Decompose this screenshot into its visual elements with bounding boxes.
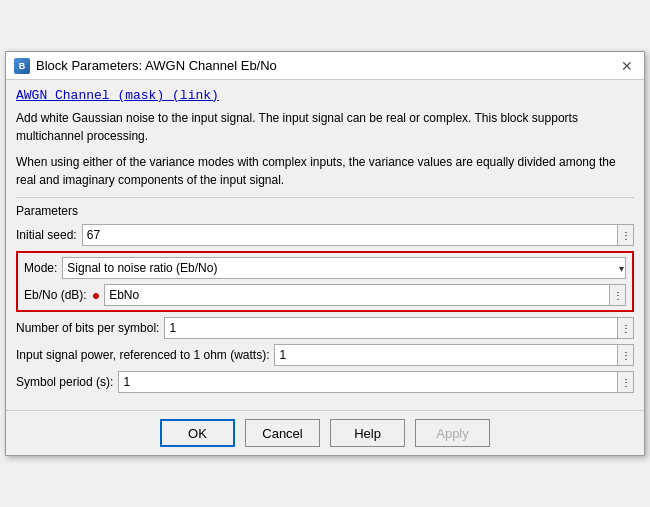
bits-input-wrapper: ⋮ — [164, 317, 634, 339]
highlighted-params: Mode: Signal to noise ratio (Eb/No) ▾ Eb… — [16, 251, 634, 312]
ebno-label: Eb/No (dB): — [24, 288, 87, 302]
power-input[interactable] — [274, 344, 618, 366]
error-icon: ● — [92, 287, 100, 303]
apply-button[interactable]: Apply — [415, 419, 490, 447]
ebno-input[interactable] — [104, 284, 610, 306]
symbol-label: Symbol period (s): — [16, 375, 113, 389]
initial-seed-label: Initial seed: — [16, 228, 77, 242]
ebno-input-wrapper: ⋮ — [104, 284, 626, 306]
ok-button[interactable]: OK — [160, 419, 235, 447]
symbol-menu-button[interactable]: ⋮ — [618, 371, 634, 393]
title-bar: B Block Parameters: AWGN Channel Eb/No ✕ — [6, 52, 644, 80]
divider — [16, 197, 634, 198]
block-parameters-dialog: B Block Parameters: AWGN Channel Eb/No ✕… — [5, 51, 645, 456]
mode-dropdown-wrapper: Signal to noise ratio (Eb/No) ▾ — [62, 257, 626, 279]
parameters-label: Parameters — [16, 204, 634, 218]
dialog-title: Block Parameters: AWGN Channel Eb/No — [36, 58, 277, 73]
initial-seed-menu-button[interactable]: ⋮ — [618, 224, 634, 246]
mode-label: Mode: — [24, 261, 57, 275]
power-input-wrapper: ⋮ — [274, 344, 634, 366]
description-2: When using either of the variance modes … — [16, 153, 634, 189]
bits-input[interactable] — [164, 317, 618, 339]
mask-link[interactable]: AWGN Channel (mask) (link) — [16, 88, 634, 103]
initial-seed-input[interactable] — [82, 224, 618, 246]
initial-seed-row: Initial seed: ⋮ — [16, 224, 634, 246]
ebno-row: Eb/No (dB): ● ⋮ — [24, 284, 626, 306]
mode-row: Mode: Signal to noise ratio (Eb/No) ▾ — [24, 257, 626, 279]
ebno-menu-button[interactable]: ⋮ — [610, 284, 626, 306]
bits-label: Number of bits per symbol: — [16, 321, 159, 335]
symbol-input[interactable] — [118, 371, 618, 393]
close-button[interactable]: ✕ — [618, 57, 636, 75]
help-button[interactable]: Help — [330, 419, 405, 447]
mode-select[interactable]: Signal to noise ratio (Eb/No) — [62, 257, 626, 279]
bits-row: Number of bits per symbol: ⋮ — [16, 317, 634, 339]
symbol-row: Symbol period (s): ⋮ — [16, 371, 634, 393]
dialog-icon: B — [14, 58, 30, 74]
dialog-content: AWGN Channel (mask) (link) Add white Gau… — [6, 80, 644, 406]
cancel-button[interactable]: Cancel — [245, 419, 320, 447]
button-row: OK Cancel Help Apply — [6, 410, 644, 455]
bits-menu-button[interactable]: ⋮ — [618, 317, 634, 339]
title-bar-left: B Block Parameters: AWGN Channel Eb/No — [14, 58, 277, 74]
initial-seed-input-wrapper: ⋮ — [82, 224, 634, 246]
power-menu-button[interactable]: ⋮ — [618, 344, 634, 366]
power-row: Input signal power, referenced to 1 ohm … — [16, 344, 634, 366]
power-label: Input signal power, referenced to 1 ohm … — [16, 348, 269, 362]
symbol-input-wrapper: ⋮ — [118, 371, 634, 393]
description-1: Add white Gaussian noise to the input si… — [16, 109, 634, 145]
